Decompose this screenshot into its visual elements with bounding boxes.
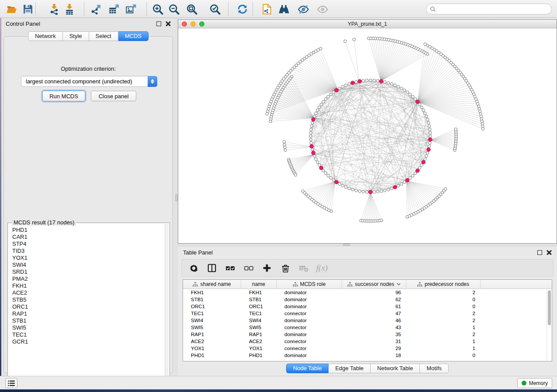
table-cell: 62 (342, 296, 406, 303)
mcds-result-item[interactable]: SWI4 (9, 261, 163, 268)
mcds-result-item[interactable]: GCR1 (9, 338, 163, 345)
table-cell: 0 (406, 352, 481, 359)
table-row[interactable]: PHD1PHD1dominator180 (183, 352, 552, 359)
export-table-icon[interactable] (108, 3, 120, 15)
open-session-icon[interactable] (5, 3, 17, 15)
search-field[interactable] (426, 3, 552, 14)
table-row[interactable]: FKH1FKH1dominator962 (183, 289, 552, 296)
optimization-criterion-label: Optimization criterion: (4, 65, 173, 72)
table-cell: PHD1 (183, 352, 241, 359)
mcds-result-item[interactable]: STB5 (9, 296, 163, 303)
table-cell: dominator (277, 331, 342, 338)
export-image-icon[interactable] (125, 3, 137, 15)
select-all-icon[interactable] (225, 262, 236, 274)
show-columns-icon[interactable] (206, 262, 218, 274)
table-cell: 0 (406, 303, 481, 310)
tab-select[interactable]: Select (89, 31, 118, 41)
table-cell: ACE2 (183, 338, 241, 345)
zoom-in-icon[interactable] (152, 3, 164, 15)
mcds-result-item[interactable]: FKH1 (9, 282, 163, 289)
table-row[interactable]: STB1STB1dominator620 (183, 296, 552, 303)
tab-mcds[interactable]: MCDS (118, 31, 149, 41)
table-cell: SWI5 (183, 324, 241, 331)
clone-network-icon[interactable] (261, 3, 273, 15)
memory-button[interactable]: Memory (517, 378, 552, 388)
node-table[interactable]: shared namenameMCDS rolesuccessor nodesp… (183, 279, 552, 361)
table-cell: YOX1 (183, 345, 241, 352)
zoom-out-icon[interactable] (168, 3, 180, 15)
mcds-result-item[interactable]: YOX1 (9, 254, 163, 261)
hide-details-icon[interactable] (297, 3, 309, 15)
table-cell: SWI5 (241, 324, 277, 331)
table-row[interactable]: SWI5SWI5connector431 (183, 324, 552, 331)
mcds-result-item[interactable]: STB1 (9, 317, 163, 324)
column-header-MCDS-role[interactable]: MCDS role (277, 280, 342, 289)
mcds-result-item[interactable]: SRD1 (9, 268, 163, 275)
table-row[interactable]: SWI4SWI4dominator462 (183, 317, 552, 324)
float-panel-icon[interactable] (156, 21, 161, 26)
mcds-result-item[interactable]: PMA2 (9, 275, 163, 282)
save-session-icon[interactable] (22, 3, 34, 15)
mcds-result-item[interactable]: TEC1 (9, 331, 163, 338)
tab-edge-table[interactable]: Edge Table (329, 364, 370, 373)
column-header-successor-nodes[interactable]: successor nodes (342, 280, 406, 289)
network-canvas[interactable] (178, 28, 557, 243)
mcds-result-item[interactable]: PHD1 (9, 227, 163, 234)
search-network-icon[interactable] (278, 3, 290, 15)
mcds-result-item[interactable]: ACE2 (9, 289, 163, 296)
deselect-all-icon[interactable] (243, 262, 254, 274)
optimization-criterion-select[interactable]: largest connected component (undirected) (21, 76, 157, 87)
mcds-result-item[interactable]: STP4 (9, 241, 163, 248)
table-cell: dominator (277, 352, 342, 359)
table-row[interactable]: TEC1TEC1connector472 (183, 310, 552, 317)
column-header-shared-name[interactable]: shared name (183, 280, 241, 289)
task-history-button[interactable] (5, 378, 17, 388)
delete-column-icon[interactable] (280, 262, 291, 274)
import-table-icon[interactable] (63, 3, 76, 15)
table-cell: FKH1 (241, 289, 277, 296)
column-header-name[interactable]: name (241, 280, 277, 289)
network-window-title: YPA_prune.txt_1 (178, 21, 557, 27)
mcds-result-item[interactable]: CAR1 (9, 234, 163, 241)
table-scrollbar-thumb[interactable] (548, 290, 551, 325)
show-details-icon (316, 3, 329, 15)
tab-motifs[interactable]: Motifs (420, 364, 449, 373)
table-cell: TEC1 (241, 310, 277, 317)
mcds-result-item[interactable]: ORC1 (9, 303, 163, 310)
table-cell: FKH1 (183, 289, 241, 296)
tab-network[interactable]: Network (28, 31, 63, 41)
table-scrollbar[interactable] (547, 289, 551, 361)
run-mcds-button[interactable]: Run MCDS (42, 91, 85, 101)
zoom-fit-icon[interactable] (186, 3, 198, 15)
network-window-titlebar[interactable]: YPA_prune.txt_1 (178, 20, 557, 28)
search-input[interactable] (436, 6, 551, 12)
table-panel-title: Table Panel (183, 249, 537, 256)
mcds-result-scrollbar[interactable] (165, 224, 169, 384)
tab-node-table[interactable]: Node Table (286, 364, 329, 373)
add-column-icon[interactable] (261, 262, 273, 274)
table-row[interactable]: ORC1ORC1dominator610 (183, 303, 552, 310)
mcds-result-list[interactable]: PHD1CAR1STP4TID3YOX1SWI4SRD1PMA2FKH1ACE2… (9, 227, 163, 384)
export-network-icon[interactable] (90, 3, 102, 15)
table-cell: RAP1 (183, 331, 241, 338)
import-network-icon[interactable] (48, 3, 60, 15)
table-row[interactable]: ACE2ACE2connector311 (183, 338, 552, 345)
close-panel-icon[interactable] (166, 21, 171, 26)
mcds-result-item[interactable]: TID3 (9, 248, 163, 254)
mcds-result-item[interactable]: SWI5 (9, 324, 163, 331)
table-settings-gear-icon[interactable] (188, 262, 199, 274)
column-header-predecessor-nodes[interactable]: predecessor nodes (406, 280, 481, 289)
table-row[interactable]: RAP1RAP1dominator352 (183, 331, 552, 338)
table-cell: 2 (406, 310, 481, 317)
close-panel-icon[interactable] (547, 250, 552, 255)
mcds-result-item[interactable]: RAP1 (9, 310, 163, 317)
mcds-result-title: MCDS result (17 nodes) (12, 219, 76, 226)
tab-style[interactable]: Style (63, 31, 89, 41)
close-panel-button[interactable]: Close panel (91, 91, 136, 101)
table-row[interactable]: YOX1YOX1connector291 (183, 345, 552, 352)
tab-network-table[interactable]: Network Table (370, 364, 420, 373)
refresh-icon[interactable] (236, 3, 249, 15)
float-panel-icon[interactable] (537, 250, 542, 255)
zoom-selected-icon[interactable] (209, 3, 221, 15)
function-builder-icon: f(x) (316, 262, 328, 274)
